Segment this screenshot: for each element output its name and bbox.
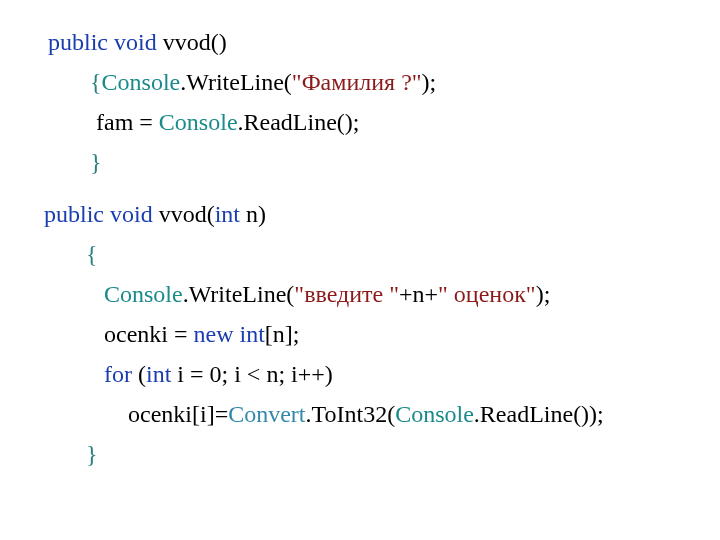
code-line: }	[44, 442, 720, 466]
keyword-public: public	[48, 29, 108, 55]
method-signature: public void vvod(int n)	[44, 202, 720, 226]
code-line: for (int i = 0; i < n; i++)	[44, 362, 720, 386]
keyword-new: new	[194, 321, 234, 347]
method-readline: ReadLine	[244, 109, 337, 135]
string-literal: " оценок"	[438, 281, 536, 307]
keyword-int: int	[146, 361, 171, 387]
keyword-void: void	[114, 29, 157, 55]
method-toint32: ToInt32	[312, 401, 388, 427]
code-line: Console.WriteLine("введите "+n+" оценок"…	[44, 282, 720, 306]
code-line: {	[44, 242, 720, 266]
class-console: Console	[102, 69, 181, 95]
class-console: Console	[104, 281, 183, 307]
method-vvod-int: public void vvod(int n) { Console.WriteL…	[0, 202, 720, 466]
keyword-public: public	[44, 201, 104, 227]
method-name: vvod(	[159, 201, 215, 227]
class-console: Console	[159, 109, 238, 135]
class-convert: Convert	[228, 401, 305, 427]
method-writeline: WriteLine	[189, 281, 287, 307]
method-signature: public void vvod()	[48, 30, 720, 54]
method-name: vvod()	[163, 29, 227, 55]
code-document: public void vvod() {Console.WriteLine("Ф…	[0, 0, 720, 466]
method-vvod-noargs: public void vvod() {Console.WriteLine("Ф…	[0, 30, 720, 174]
keyword-for: for	[104, 361, 132, 387]
keyword-void: void	[110, 201, 153, 227]
brace-close: }	[90, 149, 102, 175]
code-line: fam = Console.ReadLine();	[48, 110, 720, 134]
code-line: ocenki[i]=Convert.ToInt32(Console.ReadLi…	[44, 402, 720, 426]
class-console: Console	[395, 401, 474, 427]
brace-open: {	[90, 69, 102, 95]
string-literal: "Фамилия ?"	[292, 69, 422, 95]
method-writeline: WriteLine	[186, 69, 284, 95]
brace-open: {	[86, 241, 98, 267]
code-line: }	[48, 150, 720, 174]
code-line: ocenki = new int[n];	[44, 322, 720, 346]
keyword-int: int	[240, 321, 265, 347]
method-readline: ReadLine	[480, 401, 573, 427]
string-literal: "введите "	[294, 281, 399, 307]
brace-close: }	[86, 441, 98, 467]
code-line: {Console.WriteLine("Фамилия ?");	[48, 70, 720, 94]
keyword-int: int	[215, 201, 240, 227]
